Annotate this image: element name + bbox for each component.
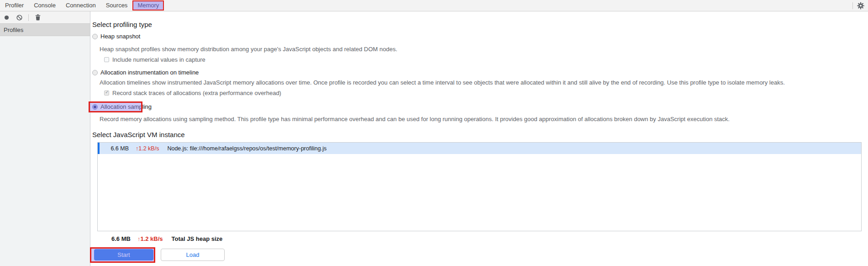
heap-snapshot-description: Heap snapshot profiles show memory distr…	[100, 46, 397, 53]
checkbox-include-numerical-label: Include numerical values in capture	[112, 56, 205, 63]
total-heap-summary: 6.6 MB ↑1.2 kB/s Total JS heap size	[111, 235, 222, 242]
vm-instance-list: 6.6 MB ↑1.2 kB/s Node.js: file:///home/r…	[97, 142, 862, 231]
trash-icon[interactable]	[34, 14, 42, 21]
tab-memory[interactable]: Memory	[132, 0, 164, 11]
checkbox-icon[interactable]	[104, 57, 109, 62]
vm-instance-heading: Select JavaScript VM instance	[92, 131, 185, 138]
radio-allocation-timeline-label: Allocation instrumentation on timeline	[100, 69, 199, 76]
tab-sources[interactable]: Sources	[101, 0, 133, 11]
tab-console[interactable]: Console	[29, 0, 61, 11]
vm-instance-name: Node.js: file:///home/rafaelgss/repos/os…	[167, 145, 326, 152]
checkbox-checked-icon[interactable]	[104, 90, 109, 96]
record-icon[interactable]	[3, 14, 10, 21]
profiling-type-heading: Select profiling type	[92, 21, 152, 28]
left-sidebar: Profiles	[0, 11, 90, 266]
total-heap-label: Total JS heap size	[172, 235, 223, 242]
start-button[interactable]: Start	[94, 249, 153, 261]
checkbox-include-numerical[interactable]: Include numerical values in capture	[104, 57, 205, 63]
devtools-memory-panel: Profiler Console Connection Sources Memo…	[0, 0, 868, 266]
tabbar-divider	[852, 2, 853, 9]
total-heap-rate: ↑1.2 kB/s	[137, 235, 163, 242]
vm-heap-rate: ↑1.2 kB/s	[136, 145, 159, 152]
tab-memory-label: Memory	[137, 2, 159, 9]
radio-selected-icon[interactable]	[92, 104, 98, 110]
checkbox-record-stack-traces-label: Record stack traces of allocations (extr…	[112, 90, 281, 96]
total-heap-size: 6.6 MB	[111, 235, 131, 242]
load-button[interactable]: Load	[161, 249, 225, 261]
allocation-timeline-description: Allocation timelines show instrumented J…	[100, 79, 785, 86]
profiles-label: Profiles	[4, 27, 23, 33]
settings-gear-icon[interactable]	[857, 2, 864, 9]
tab-profiler[interactable]: Profiler	[0, 0, 29, 11]
panel-tabbar: Profiler Console Connection Sources Memo…	[0, 0, 868, 11]
vm-instance-row[interactable]: 6.6 MB ↑1.2 kB/s Node.js: file:///home/r…	[98, 143, 861, 154]
radio-heap-snapshot[interactable]: Heap snapshot	[92, 33, 140, 40]
radio-circle-icon[interactable]	[92, 70, 98, 75]
radio-circle-icon[interactable]	[92, 34, 98, 39]
radio-allocation-sampling[interactable]: Allocation sampling	[92, 103, 152, 110]
radio-heap-snapshot-label: Heap snapshot	[100, 33, 140, 40]
allocation-sampling-description: Record memory allocations using sampling…	[100, 116, 730, 122]
radio-allocation-sampling-label: Allocation sampling	[100, 103, 152, 110]
memory-panel-main: Select profiling type Heap snapshot Heap…	[91, 11, 868, 266]
clear-icon[interactable]	[16, 14, 23, 21]
profiles-section-header[interactable]: Profiles	[0, 24, 90, 36]
checkbox-record-stack-traces[interactable]: Record stack traces of allocations (extr…	[104, 90, 281, 96]
vm-heap-size: 6.6 MB	[109, 145, 129, 152]
tab-connection[interactable]: Connection	[61, 0, 101, 11]
profiler-toolbar	[0, 11, 90, 24]
toolbar-divider	[28, 14, 29, 21]
radio-allocation-timeline[interactable]: Allocation instrumentation on timeline	[92, 69, 199, 76]
